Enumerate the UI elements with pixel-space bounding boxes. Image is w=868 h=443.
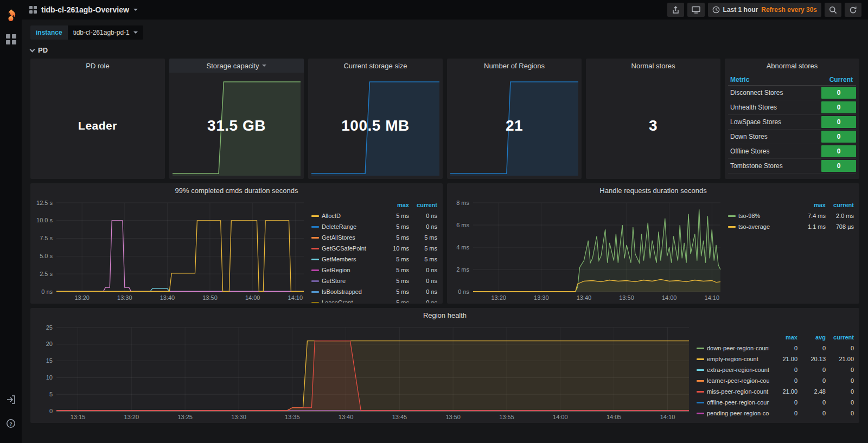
svg-text:13:40: 13:40 — [160, 294, 175, 301]
legend-series-label[interactable]: GetMembers — [311, 256, 381, 262]
legend-row[interactable]: GetMembers5 ms5 ms — [311, 254, 437, 265]
legend-column-header: current — [826, 202, 854, 208]
abnormal-stores-table: MetricCurrentDisconnect Stores0Unhealth … — [725, 73, 859, 179]
legend-row[interactable]: GetStore5 ms0 ns — [311, 275, 437, 286]
legend-row[interactable]: offline-peer-region-count000 — [697, 397, 854, 408]
cmds-duration-chart[interactable]: 0 ns2.5 s5.0 s7.5 s10.0 s12.5 s13:2013:3… — [31, 198, 309, 303]
sign-in-icon[interactable] — [3, 392, 18, 407]
legend-series-label[interactable]: learner-peer-region-count — [697, 377, 769, 384]
legend-row[interactable]: learner-peer-region-count000 — [697, 375, 854, 386]
table-row: Tombstone Stores0 — [728, 159, 856, 174]
legend-value: 0 — [769, 367, 797, 373]
legend-series-label[interactable]: tso-98% — [728, 213, 797, 219]
legend-row[interactable]: GetGCSafePoint10 ms5 ms — [311, 243, 437, 254]
legend-value: 0 — [769, 345, 797, 351]
legend-row[interactable]: empty-region-count21.0020.1321.00 — [697, 354, 854, 364]
share-button[interactable] — [667, 3, 684, 17]
legend-series-label[interactable]: pending-peer-region-count — [697, 410, 769, 416]
panel-abnormal-stores: Abnormal stores MetricCurrentDisconnect … — [725, 59, 859, 179]
svg-text:0: 0 — [49, 408, 53, 414]
legend-value: 5 ms — [381, 288, 409, 295]
legend-column-header: current — [409, 202, 437, 208]
region-health-chart[interactable]: 051015202513:1513:2013:2513:3013:3513:40… — [31, 323, 694, 422]
legend-row[interactable]: pending-peer-region-count000 — [697, 408, 854, 419]
dashboard-title-dropdown[interactable]: tidb-cl-261agb-Overview — [29, 5, 138, 14]
metric-name: Unhealth Stores — [728, 104, 820, 111]
submenu: instance tidb-cl-261agb-pd-1 — [22, 20, 868, 43]
panel-title[interactable]: Storage capacity — [169, 59, 304, 73]
series-color-dash — [311, 291, 319, 293]
panel-title[interactable]: 99% completed cmds duration seconds — [30, 183, 443, 197]
legend-row[interactable]: AllocID5 ms0 ns — [311, 210, 437, 221]
column-header-current: Current — [820, 76, 856, 84]
section-title: PD — [38, 46, 48, 54]
legend-series-label[interactable]: extra-peer-region-count — [697, 367, 769, 373]
legend-series-label[interactable]: tso-average — [728, 223, 797, 230]
graphs-row: 99% completed cmds duration seconds 0 ns… — [30, 183, 859, 304]
panel-title[interactable]: Abnormal stores — [725, 59, 859, 73]
svg-text:8 ms: 8 ms — [456, 200, 469, 206]
dashboard-rows: PD role Leader Storage capacity 31.5 GB — [22, 59, 868, 427]
panel-title[interactable]: PD role — [30, 59, 165, 73]
legend-row[interactable]: tso-average1.1 ms708 µs — [728, 221, 854, 232]
svg-text:13:50: 13:50 — [619, 294, 634, 301]
legend-row[interactable]: GetRegion5 ms0 ns — [311, 265, 437, 275]
legend-value: 21.00 — [769, 388, 797, 395]
handle-requests-chart[interactable]: 0 ns2 ms4 ms6 ms8 ms13:2013:3013:4013:50… — [448, 198, 726, 303]
app-root: ? tidb-cl-261agb-Overview — [0, 0, 868, 443]
legend-series-label[interactable]: LeaseGrant — [311, 299, 381, 303]
legend-header: maxcurrent — [728, 200, 854, 210]
legend-row[interactable]: IsBootstrapped5 ms0 ns — [311, 286, 437, 297]
svg-text:20: 20 — [46, 341, 53, 347]
legend-value: 0 — [797, 367, 826, 373]
region-health-legend: maxavgcurrentdown-peer-region-count000em… — [694, 323, 857, 422]
legend-row[interactable]: tso-98%7.4 ms2.0 ms — [728, 210, 854, 221]
legend-value: 0 — [797, 345, 826, 351]
panel-title[interactable]: Handle requests duration seconds — [447, 183, 859, 197]
series-color-dash — [697, 391, 704, 393]
legend-row[interactable]: LeaseGrant5 ms0 ns — [311, 297, 437, 303]
legend-row[interactable]: DeleteRange5 ms0 ns — [311, 221, 437, 232]
panel-normal-stores: Normal stores 3 — [586, 59, 720, 179]
time-picker-button[interactable]: Last 1 hour Refresh every 30s — [708, 3, 821, 17]
svg-text:14:10: 14:10 — [660, 414, 675, 420]
dashboards-grid-icon[interactable] — [3, 31, 18, 47]
legend-series-label[interactable]: AllocID — [311, 213, 381, 219]
zoom-out-button[interactable] — [825, 3, 841, 17]
legend-series-label[interactable]: down-peer-region-count — [697, 345, 769, 351]
panel-title[interactable]: Region health — [30, 308, 859, 322]
panel-title[interactable]: Normal stores — [586, 59, 720, 73]
stat-value: 3 — [586, 73, 720, 179]
legend-series-label[interactable]: IsBootstrapped — [311, 288, 381, 295]
instance-variable-dropdown[interactable]: instance tidb-cl-261agb-pd-1 — [30, 25, 143, 40]
svg-text:15: 15 — [46, 357, 53, 364]
legend-series-label[interactable]: GetGCSafePoint — [311, 245, 381, 252]
section-row-pd[interactable]: PD — [22, 43, 868, 59]
tv-mode-button[interactable] — [687, 3, 705, 17]
legend-value: 0 — [769, 399, 797, 406]
legend-series-label[interactable]: GetRegion — [311, 267, 381, 273]
help-icon[interactable]: ? — [3, 416, 18, 431]
panel-number-of-regions: Number of Regions 21 — [447, 59, 582, 179]
legend-series-label[interactable]: GetStore — [311, 278, 381, 284]
legend-row[interactable]: GetAllStores5 ms5 ms — [311, 232, 437, 243]
legend-series-label[interactable]: DeleteRange — [311, 223, 381, 230]
legend-series-label[interactable]: GetAllStores — [311, 234, 381, 241]
grafana-logo[interactable] — [3, 8, 18, 23]
refresh-button[interactable] — [845, 3, 861, 17]
legend-series-label[interactable]: offline-peer-region-count — [697, 399, 769, 406]
stat-body: Leader — [30, 73, 165, 179]
legend-row[interactable]: extra-peer-region-count000 — [697, 364, 854, 375]
legend-column-header: avg — [797, 334, 826, 341]
status-badge: 0 — [821, 87, 856, 99]
svg-text:13:20: 13:20 — [124, 414, 139, 420]
panel-title[interactable]: Current storage size — [308, 59, 443, 73]
tv-icon — [692, 6, 700, 14]
legend-row[interactable]: miss-peer-region-count21.002.480 — [697, 386, 854, 397]
legend-series-label[interactable]: miss-peer-region-count — [697, 388, 769, 395]
svg-text:13:30: 13:30 — [231, 414, 246, 420]
legend-row[interactable]: down-peer-region-count000 — [697, 343, 854, 354]
legend-series-label[interactable]: empty-region-count — [697, 356, 769, 362]
legend-value: 2.48 — [797, 388, 826, 395]
panel-title[interactable]: Number of Regions — [447, 59, 582, 73]
